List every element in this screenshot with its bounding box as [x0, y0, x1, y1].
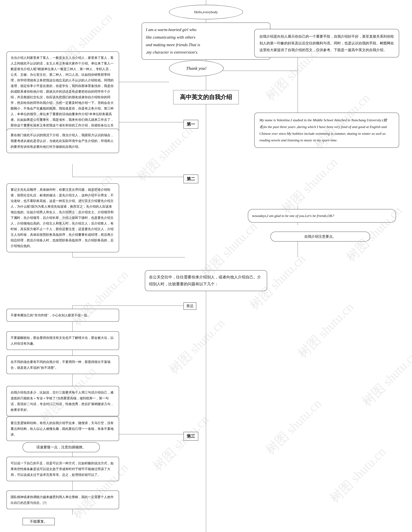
nowadays-bubble: nowadays,I am glad to be one of you.Let'…	[248, 209, 396, 223]
page: 树图 shutu.cn 树图 shutu.cn 树图 shutu.cn 树图 s…	[0, 0, 412, 532]
left-main-text: 当当介绍人到家里来了客人，一般是女主人当介绍人，家里来了客人，客人之间彼此不认识…	[11, 56, 114, 138]
section2-text: 第二	[187, 177, 195, 181]
jinji-label: 禁忌	[184, 302, 196, 310]
speed-note-text: 语速要慢一点，注意扣插顿挫。	[36, 445, 86, 449]
section3-item2-text: 要注意逻辑和结构，有些人的自我介绍乎拉来，随便讲，天马行空，没有重点和结构，给人…	[11, 421, 114, 436]
section2-label: 第二	[184, 174, 198, 183]
right-top-box: 自我介绍是向别人展示你自己的一个重要手段，自我介绍好不好，甚至直接关系到你给别人…	[254, 29, 399, 57]
jinji-text: 禁忌	[186, 304, 194, 308]
jinji-item3: 在不同的场合要有不同的自我介绍，不要用同一种，那显得很分不落场合，就是老人常说的…	[6, 355, 119, 374]
nowadays-text: nowadays,I am glad to be one of you.Let'…	[252, 214, 334, 218]
speed-note: 语速要慢一点，注意扣插顿挫。	[22, 442, 100, 452]
thankyou-bubble: Thank you!	[169, 60, 224, 76]
main-title-text: 高中英文的自我介绍	[180, 94, 232, 100]
section3-item4-text: 团队精神或者协调能力越来越受到用人单位青睐，因此一定需要个人效作出自己的态度与信…	[11, 495, 114, 504]
left-box3-text: 要记主先礼后顺序，具体操作时，你要注意次序问题，就是把谁介绍给谁，按照社交礼仪，…	[11, 188, 114, 248]
section3-item1: 自我介绍包含多少，比如说，交行三面要求每个人用三句话介绍自己，难道政的只能姓名＋…	[6, 386, 119, 416]
jinji-item1: 不要夸耀自己的"非功作绩"，小心在别人眼里不值一提。	[6, 309, 119, 322]
english-text: My name is Volenline.I studied in the Mi…	[259, 118, 387, 142]
hello-bubble: Hello,everybody	[169, 5, 243, 19]
self-intro-note: 自我介绍注意要点。	[270, 232, 370, 242]
thankyou-text: Thank you!	[186, 65, 207, 72]
section3-item2: 要注意逻辑和结构，有些人的自我介绍乎拉来，随便讲，天马行空，没有重点和结构，给人…	[6, 417, 119, 441]
main-title: 高中英文的自我介绍	[173, 90, 239, 104]
intro-box: I am a warm-hearted girl who like comuni…	[142, 22, 270, 60]
section3-item1-text: 自我介绍包含多少，比如说，交行三面要求每个人用三句话介绍自己，难道政的只能姓名＋…	[11, 391, 114, 411]
hello-text: Hello,everybody	[194, 9, 218, 15]
section3-item3-text: 可以说一下自己的不足，但是可以另一种方式，比如积极的说法方式，如果有些性格各象是…	[11, 461, 114, 476]
section3-item4: 团队精神或者协调能力越来越受到用人单位青睐，因此一定需要个人效作出自己的态度与信…	[6, 491, 119, 509]
center-box-text: 在公关交往中，往往需要你来介绍别人，或者向他人介绍自己。介绍别人时，比较重要的问…	[149, 275, 261, 286]
jinji-item3-text: 在不同的场合要有不同的自我介绍，不要用同一种，那显得很分不落场合，就是老人常说的…	[11, 360, 110, 370]
jinji-item1-text: 不要夸耀自己的"非功作绩"，小心在别人眼里不值一提。	[11, 314, 90, 317]
section3-item3: 可以说一下自己的不足，但是可以另一种方式，比如积极的说法方式，如果有些性格各象是…	[6, 457, 119, 481]
section1-label: 第一	[184, 120, 198, 129]
left-box3: 要记主先礼后顺序，具体操作时，你要注意次序问题，就是把谁介绍给谁，按照社交礼仪，…	[6, 183, 119, 252]
jinji-item2-text: 不要篇幅较短，那会显得你很没有文化也不了解情大论，那会被大论，以人对你没有兴趣。	[11, 336, 114, 345]
section1-text: 第一	[187, 122, 195, 127]
intro-text: I am a warm-hearted girl who like comuni…	[146, 27, 200, 55]
jinji-item2: 不要篇幅较短，那会显得你很没有文化也不了解情大论，那会被大论，以人对你没有兴趣。	[6, 331, 119, 350]
left-box2-text: 要在相门彼此不认识的情况下介绍，我当介绍人，我跟双方认识的场合，我要考虑从彼此是…	[11, 133, 114, 148]
left-box2: 要在相门彼此不认识的情况下介绍，我当介绍人，我跟双方认识的场合，我要考虑从彼此是…	[6, 129, 119, 153]
english-box: My name is Volenline.I studied in the Mi…	[254, 113, 399, 148]
self-intro-note-text: 自我介绍注意要点。	[304, 235, 336, 238]
cannot-repeat-text: 不能重复。	[30, 520, 48, 523]
section3-label: 第三	[184, 432, 198, 441]
cannot-repeat: 不能重复。	[22, 518, 55, 525]
right-top-text: 自我介绍是向别人展示你自己的一个重要手段，自我介绍好不好，甚至直接关系到你给别人…	[259, 34, 394, 52]
section3-text: 第三	[187, 434, 195, 438]
center-box: 在公关交往中，往往需要你来介绍别人，或者向他人介绍自己。介绍别人时，比较重要的问…	[145, 270, 267, 291]
